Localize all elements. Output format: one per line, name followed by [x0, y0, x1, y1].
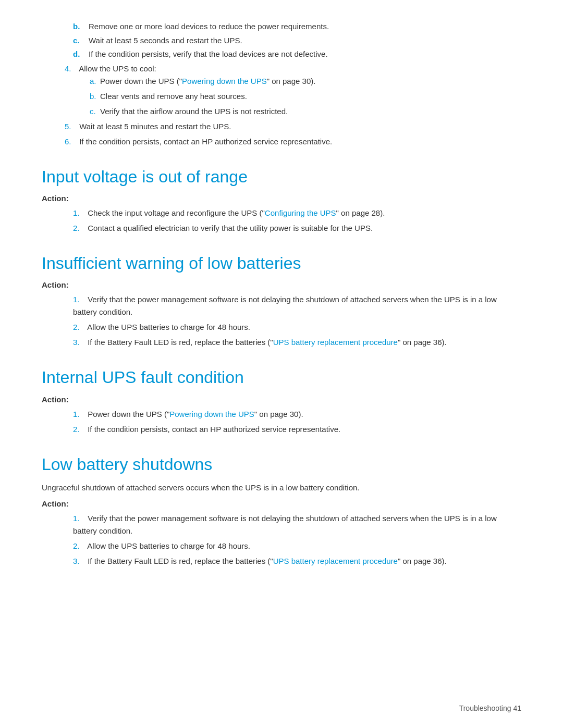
page-footer: Troubleshooting 41 — [459, 704, 521, 712]
num-1: 1. — [73, 512, 85, 525]
input-voltage-item-2: 2. Contact a qualified electrician to ve… — [73, 222, 521, 235]
input-voltage-item-1: 1. Check the input voltage and reconfigu… — [73, 207, 521, 219]
list-item-4: 4. Allow the UPS to cool: a.Power down t… — [63, 63, 521, 118]
sub-item-4a: a.Power down the UPS ("Powering down the… — [90, 75, 521, 88]
heading-insufficient-warning: Insufficient warning of low batteries — [42, 253, 521, 273]
num-2: 2. — [73, 321, 85, 334]
num-1: 1. — [73, 408, 85, 421]
num-1: 1. — [73, 293, 85, 306]
list-item-6: 6. If the condition persists, contact an… — [63, 135, 521, 148]
low-battery-item-1: 1. Verify that the power management soft… — [73, 512, 521, 537]
link-powering-down-2[interactable]: Powering down the UPS — [169, 410, 254, 418]
insufficient-warning-items: 1. Verify that the power management soft… — [73, 293, 521, 349]
item-number-6: 6. — [65, 135, 77, 148]
heading-input-voltage: Input voltage is out of range — [42, 167, 521, 187]
outer-list: 4. Allow the UPS to cool: a.Power down t… — [63, 63, 521, 148]
sub-item-4c: c.Verify that the airflow around the UPS… — [90, 105, 521, 118]
heading-internal-fault: Internal UPS fault condition — [42, 367, 521, 387]
sub-items-4: a.Power down the UPS ("Powering down the… — [90, 75, 521, 118]
internal-fault-item-1: 1. Power down the UPS ("Powering down th… — [73, 408, 521, 421]
low-battery-item-3: 3. If the Battery Fault LED is red, repl… — [73, 555, 521, 567]
item-number: 4. — [65, 63, 77, 75]
action-label-input-voltage: Action: — [42, 194, 521, 203]
list-item-c: Wait at least 5 seconds and restart the … — [89, 35, 521, 47]
num-2: 2. — [73, 222, 85, 235]
sub-letter-b: b. — [90, 90, 100, 103]
link-battery-replacement-2[interactable]: UPS battery replacement procedure — [273, 557, 398, 565]
internal-fault-item-2: 2. If the condition persists, contact an… — [73, 423, 521, 436]
low-battery-item-2: 2. Allow the UPS batteries to charge for… — [73, 540, 521, 552]
link-configuring-ups[interactable]: Configuring the UPS — [265, 208, 336, 217]
internal-fault-items: 1. Power down the UPS ("Powering down th… — [73, 408, 521, 436]
sub-item-4b: b.Clear vents and remove any heat source… — [90, 90, 521, 103]
num-2: 2. — [73, 540, 85, 552]
insufficient-item-3: 3. If the Battery Fault LED is red, repl… — [73, 336, 521, 349]
section-internal-fault: Internal UPS fault condition Action: 1. … — [42, 367, 521, 435]
num-3: 3. — [73, 336, 85, 349]
list-item-5: 5. Wait at least 5 minutes and restart t… — [63, 120, 521, 133]
sub-list-bcd: Remove one or more load devices to reduc… — [89, 21, 521, 60]
sub-letter-c: c. — [90, 105, 100, 118]
link-powering-down-1[interactable]: Powering down the UPS — [182, 77, 267, 85]
action-label-internal-fault: Action: — [42, 395, 521, 404]
section-insufficient-warning: Insufficient warning of low batteries Ac… — [42, 253, 521, 349]
action-label-insufficient: Action: — [42, 280, 521, 289]
low-battery-items: 1. Verify that the power management soft… — [73, 512, 521, 567]
num-1: 1. — [73, 207, 85, 219]
section-low-battery: Low battery shutdowns Ungraceful shutdow… — [42, 454, 521, 567]
insufficient-item-2: 2. Allow the UPS batteries to charge for… — [73, 321, 521, 334]
input-voltage-items: 1. Check the input voltage and reconfigu… — [73, 207, 521, 235]
list-item-d: If the condition persists, verify that t… — [89, 48, 521, 60]
low-battery-intro: Ungraceful shutdown of attached servers … — [42, 482, 521, 494]
heading-low-battery: Low battery shutdowns — [42, 454, 521, 474]
item-number-5: 5. — [65, 120, 77, 133]
sub-letter-a: a. — [90, 75, 100, 88]
num-2: 2. — [73, 423, 85, 436]
list-item-b: Remove one or more load devices to reduc… — [89, 21, 521, 33]
top-continuation: Remove one or more load devices to reduc… — [42, 21, 521, 148]
insufficient-item-1: 1. Verify that the power management soft… — [73, 293, 521, 318]
section-input-voltage: Input voltage is out of range Action: 1.… — [42, 167, 521, 235]
num-3: 3. — [73, 555, 85, 567]
action-label-low-battery: Action: — [42, 499, 521, 508]
link-battery-replacement-1[interactable]: UPS battery replacement procedure — [273, 338, 398, 347]
